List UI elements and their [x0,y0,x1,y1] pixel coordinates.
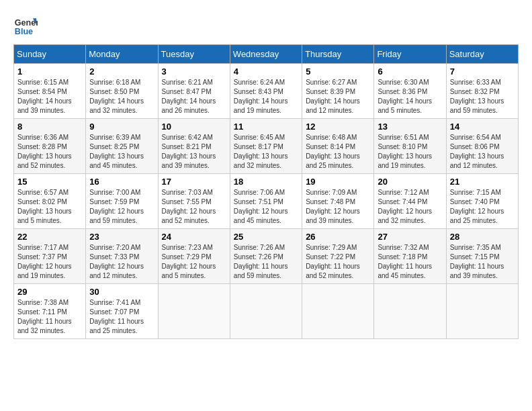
calendar-cell: 23Sunrise: 7:20 AM Sunset: 7:33 PM Dayli… [86,229,158,284]
calendar-cell: 6Sunrise: 6:30 AM Sunset: 8:36 PM Daylig… [374,64,446,119]
day-number: 12 [306,122,370,132]
day-number: 23 [89,232,154,242]
day-info: Sunrise: 7:35 AM Sunset: 7:15 PM Dayligh… [450,243,515,281]
day-number: 24 [162,232,226,242]
calendar-cell: 22Sunrise: 7:17 AM Sunset: 7:37 PM Dayli… [14,229,86,284]
calendar-cell: 20Sunrise: 7:12 AM Sunset: 7:44 PM Dayli… [374,174,446,229]
day-info: Sunrise: 6:48 AM Sunset: 8:14 PM Dayligh… [306,133,370,171]
day-info: Sunrise: 7:00 AM Sunset: 7:59 PM Dayligh… [89,188,154,226]
day-info: Sunrise: 6:24 AM Sunset: 8:43 PM Dayligh… [234,78,298,116]
calendar-cell: 16Sunrise: 7:00 AM Sunset: 7:59 PM Dayli… [86,174,158,229]
calendar-cell [374,284,446,339]
calendar-cell: 28Sunrise: 7:35 AM Sunset: 7:15 PM Dayli… [446,229,518,284]
calendar: SundayMondayTuesdayWednesdayThursdayFrid… [13,44,519,339]
day-number: 25 [234,232,298,242]
day-header-monday: Monday [86,45,158,64]
calendar-week-1: 1Sunrise: 6:15 AM Sunset: 8:54 PM Daylig… [14,64,519,119]
calendar-cell: 8Sunrise: 6:36 AM Sunset: 8:28 PM Daylig… [14,119,86,174]
svg-text:Blue: Blue [15,27,33,36]
day-number: 4 [234,66,298,77]
calendar-cell [302,284,374,339]
day-info: Sunrise: 7:38 AM Sunset: 7:11 PM Dayligh… [17,298,82,336]
day-number: 26 [306,232,370,242]
day-number: 17 [162,177,226,187]
calendar-week-2: 8Sunrise: 6:36 AM Sunset: 8:28 PM Daylig… [14,119,519,174]
day-info: Sunrise: 7:23 AM Sunset: 7:29 PM Dayligh… [162,243,226,281]
day-info: Sunrise: 7:17 AM Sunset: 7:37 PM Dayligh… [17,243,82,281]
calendar-cell: 21Sunrise: 7:15 AM Sunset: 7:40 PM Dayli… [446,174,518,229]
day-info: Sunrise: 6:18 AM Sunset: 8:50 PM Dayligh… [89,78,154,116]
day-number: 19 [306,177,370,187]
calendar-week-4: 22Sunrise: 7:17 AM Sunset: 7:37 PM Dayli… [14,229,519,284]
day-info: Sunrise: 6:21 AM Sunset: 8:47 PM Dayligh… [162,78,226,116]
day-number: 3 [162,66,226,77]
day-info: Sunrise: 6:30 AM Sunset: 8:36 PM Dayligh… [378,78,442,116]
day-header-wednesday: Wednesday [230,45,302,64]
calendar-cell [158,284,230,339]
day-info: Sunrise: 6:42 AM Sunset: 8:21 PM Dayligh… [162,133,226,171]
day-number: 11 [234,122,298,132]
calendar-cell [230,284,302,339]
day-number: 10 [162,122,226,132]
day-info: Sunrise: 7:41 AM Sunset: 7:07 PM Dayligh… [89,298,154,336]
calendar-cell: 9Sunrise: 6:39 AM Sunset: 8:25 PM Daylig… [86,119,158,174]
calendar-cell: 10Sunrise: 6:42 AM Sunset: 8:21 PM Dayli… [158,119,230,174]
calendar-cell: 3Sunrise: 6:21 AM Sunset: 8:47 PM Daylig… [158,64,230,119]
day-info: Sunrise: 6:54 AM Sunset: 8:06 PM Dayligh… [450,133,515,171]
calendar-header-row: SundayMondayTuesdayWednesdayThursdayFrid… [14,45,519,64]
calendar-body: 1Sunrise: 6:15 AM Sunset: 8:54 PM Daylig… [14,64,519,339]
day-info: Sunrise: 7:29 AM Sunset: 7:22 PM Dayligh… [306,243,370,281]
day-info: Sunrise: 7:26 AM Sunset: 7:26 PM Dayligh… [234,243,298,281]
day-number: 30 [89,287,154,297]
logo: General Blue [13,13,38,38]
day-number: 15 [17,177,82,187]
day-info: Sunrise: 6:51 AM Sunset: 8:10 PM Dayligh… [378,133,442,171]
day-number: 13 [378,122,442,132]
day-number: 22 [17,232,82,242]
calendar-cell: 12Sunrise: 6:48 AM Sunset: 8:14 PM Dayli… [302,119,374,174]
calendar-cell: 25Sunrise: 7:26 AM Sunset: 7:26 PM Dayli… [230,229,302,284]
day-info: Sunrise: 6:15 AM Sunset: 8:54 PM Dayligh… [17,78,82,116]
day-number: 1 [17,66,82,77]
day-number: 9 [89,122,154,132]
calendar-cell: 24Sunrise: 7:23 AM Sunset: 7:29 PM Dayli… [158,229,230,284]
day-info: Sunrise: 6:27 AM Sunset: 8:39 PM Dayligh… [306,78,370,116]
day-info: Sunrise: 7:15 AM Sunset: 7:40 PM Dayligh… [450,188,515,226]
calendar-cell: 7Sunrise: 6:33 AM Sunset: 8:32 PM Daylig… [446,64,518,119]
day-info: Sunrise: 7:32 AM Sunset: 7:18 PM Dayligh… [378,243,442,281]
day-number: 18 [234,177,298,187]
day-header-tuesday: Tuesday [158,45,230,64]
calendar-cell: 14Sunrise: 6:54 AM Sunset: 8:06 PM Dayli… [446,119,518,174]
day-info: Sunrise: 7:12 AM Sunset: 7:44 PM Dayligh… [378,188,442,226]
day-header-sunday: Sunday [14,45,86,64]
calendar-cell: 17Sunrise: 7:03 AM Sunset: 7:55 PM Dayli… [158,174,230,229]
calendar-cell: 26Sunrise: 7:29 AM Sunset: 7:22 PM Dayli… [302,229,374,284]
day-info: Sunrise: 6:45 AM Sunset: 8:17 PM Dayligh… [234,133,298,171]
day-info: Sunrise: 7:03 AM Sunset: 7:55 PM Dayligh… [162,188,226,226]
day-info: Sunrise: 6:57 AM Sunset: 8:02 PM Dayligh… [17,188,82,226]
day-info: Sunrise: 7:06 AM Sunset: 7:51 PM Dayligh… [234,188,298,226]
day-info: Sunrise: 6:39 AM Sunset: 8:25 PM Dayligh… [89,133,154,171]
calendar-cell: 11Sunrise: 6:45 AM Sunset: 8:17 PM Dayli… [230,119,302,174]
calendar-cell: 13Sunrise: 6:51 AM Sunset: 8:10 PM Dayli… [374,119,446,174]
day-number: 7 [450,66,515,77]
day-number: 16 [89,177,154,187]
calendar-cell [446,284,518,339]
day-number: 29 [17,287,82,297]
day-number: 5 [306,66,370,77]
calendar-cell: 15Sunrise: 6:57 AM Sunset: 8:02 PM Dayli… [14,174,86,229]
day-header-thursday: Thursday [302,45,374,64]
day-number: 6 [378,66,442,77]
day-info: Sunrise: 7:09 AM Sunset: 7:48 PM Dayligh… [306,188,370,226]
day-info: Sunrise: 6:36 AM Sunset: 8:28 PM Dayligh… [17,133,82,171]
day-info: Sunrise: 6:33 AM Sunset: 8:32 PM Dayligh… [450,78,515,116]
day-number: 20 [378,177,442,187]
day-header-friday: Friday [374,45,446,64]
calendar-cell: 2Sunrise: 6:18 AM Sunset: 8:50 PM Daylig… [86,64,158,119]
calendar-cell: 4Sunrise: 6:24 AM Sunset: 8:43 PM Daylig… [230,64,302,119]
day-number: 8 [17,122,82,132]
day-number: 14 [450,122,515,132]
header: General Blue [13,13,519,38]
day-number: 21 [450,177,515,187]
day-number: 2 [89,66,154,77]
